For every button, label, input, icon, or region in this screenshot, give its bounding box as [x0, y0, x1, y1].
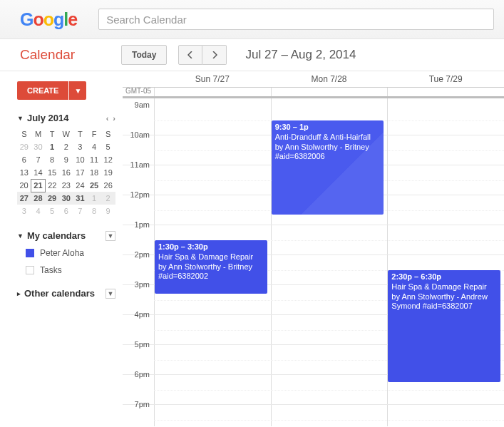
- today-button[interactable]: Today: [121, 45, 167, 65]
- create-button[interactable]: CREATE: [17, 81, 68, 100]
- mini-day[interactable]: 20: [17, 179, 31, 192]
- allday-cell[interactable]: [387, 88, 504, 96]
- chevron-down-icon[interactable]: ▼: [17, 232, 24, 240]
- hour-label: 5pm: [123, 340, 154, 349]
- mini-prev-button[interactable]: ‹: [106, 114, 109, 123]
- mini-calendar[interactable]: SMTWTFS 29301234567891011121314151617181…: [17, 128, 115, 217]
- prev-week-button[interactable]: [178, 45, 202, 65]
- mini-day[interactable]: 5: [101, 140, 115, 153]
- mini-day[interactable]: 26: [101, 179, 115, 192]
- mini-day[interactable]: 8: [87, 205, 101, 217]
- mini-day[interactable]: 19: [101, 166, 115, 179]
- calendar-name: Peter Aloha: [40, 248, 84, 258]
- chevron-down-icon[interactable]: ▼: [17, 115, 24, 122]
- hour-label: 10am: [123, 130, 154, 139]
- event-title: Hair Spa & Damage Repair by Ann Stolwort…: [158, 252, 253, 281]
- calendar-checkbox[interactable]: [26, 266, 34, 274]
- calendar-event[interactable]: 1:30p – 3:30pHair Spa & Damage Repair by…: [155, 240, 267, 294]
- mini-day[interactable]: 28: [31, 192, 46, 205]
- mini-day[interactable]: 1: [45, 140, 59, 153]
- mini-day[interactable]: 12: [101, 153, 115, 166]
- mini-day[interactable]: 31: [73, 192, 88, 205]
- calendar-event[interactable]: 2:30p – 6:30pHair Spa & Damage Repair by…: [388, 270, 500, 382]
- hour-label: 3pm: [123, 280, 154, 289]
- mini-day[interactable]: 1: [87, 192, 101, 205]
- my-calendars-label[interactable]: My calendars: [27, 230, 86, 241]
- hour-label: 4pm: [123, 310, 154, 319]
- calendar-color-swatch: [26, 249, 34, 257]
- mini-day[interactable]: 6: [59, 205, 73, 217]
- create-dropdown[interactable]: ▼: [69, 81, 86, 100]
- app-title: Calendar: [20, 47, 110, 63]
- hour-label: 6pm: [123, 370, 154, 379]
- hour-label: 11am: [123, 160, 154, 169]
- timezone-label: GMT-05: [123, 87, 154, 95]
- allday-cell[interactable]: [271, 88, 388, 96]
- mini-day[interactable]: 14: [31, 166, 46, 179]
- mini-month-title[interactable]: July 2014: [27, 113, 69, 123]
- mini-day[interactable]: 16: [59, 166, 73, 179]
- mini-dow: M: [31, 128, 46, 140]
- mini-day[interactable]: 11: [87, 153, 101, 166]
- mini-day[interactable]: 9: [101, 205, 115, 217]
- mini-day[interactable]: 21: [31, 179, 46, 192]
- mini-day[interactable]: 13: [17, 166, 31, 179]
- mini-day[interactable]: 3: [17, 205, 31, 217]
- mini-day[interactable]: 7: [31, 153, 46, 166]
- other-calendars-label[interactable]: Other calendars: [24, 288, 95, 299]
- mini-day[interactable]: 24: [73, 179, 88, 192]
- calendar-event[interactable]: 9:30 – 1pAnti-Dranduff & Anti-Hairfall b…: [272, 120, 384, 215]
- mini-dow: S: [101, 128, 115, 140]
- mini-day[interactable]: 30: [31, 140, 46, 153]
- mini-day[interactable]: 7: [73, 205, 88, 217]
- mini-day[interactable]: 4: [31, 205, 46, 217]
- mini-day[interactable]: 23: [59, 179, 73, 192]
- calendar-item[interactable]: Peter Aloha: [26, 248, 115, 258]
- google-logo[interactable]: Google: [20, 9, 77, 30]
- mini-day[interactable]: 15: [45, 166, 59, 179]
- mini-day[interactable]: 22: [45, 179, 59, 192]
- mini-dow: T: [73, 128, 88, 140]
- mini-day[interactable]: 10: [73, 153, 88, 166]
- mini-day[interactable]: 2: [59, 140, 73, 153]
- mini-day[interactable]: 4: [87, 140, 101, 153]
- mini-dow: W: [59, 128, 73, 140]
- mini-day[interactable]: 2: [101, 192, 115, 205]
- hour-label: 9am: [123, 101, 154, 109]
- event-time: 2:30p – 6:30p: [391, 272, 497, 282]
- calendar-name: Tasks: [40, 265, 62, 275]
- mini-day[interactable]: 18: [87, 166, 101, 179]
- mini-dow: T: [45, 128, 59, 140]
- mini-day[interactable]: 29: [17, 140, 31, 153]
- mini-day[interactable]: 5: [45, 205, 59, 217]
- mini-next-button[interactable]: ›: [113, 114, 115, 123]
- day-header[interactable]: Sun 7/27: [154, 71, 271, 87]
- day-header[interactable]: Tue 7/29: [387, 71, 504, 87]
- search-input[interactable]: Search Calendar: [98, 9, 494, 30]
- hour-label: 12pm: [123, 190, 154, 199]
- mini-day[interactable]: 29: [45, 192, 59, 205]
- mini-day[interactable]: 6: [17, 153, 31, 166]
- next-week-button[interactable]: [202, 45, 227, 65]
- calendar-item[interactable]: Tasks: [26, 265, 115, 275]
- other-calendars-menu[interactable]: ▼: [106, 289, 115, 299]
- mini-day[interactable]: 17: [73, 166, 88, 179]
- chevron-right-icon[interactable]: ▸: [17, 290, 21, 297]
- event-title: Hair Spa & Damage Repair by Ann Stolwort…: [391, 282, 488, 311]
- mini-day[interactable]: 3: [73, 140, 88, 153]
- mini-dow: F: [87, 128, 101, 140]
- hour-label: 7pm: [123, 400, 154, 408]
- event-title: Anti-Dranduff & Anti-Hairfall by Ann Sto…: [275, 133, 371, 161]
- hour-label: 1pm: [123, 220, 154, 229]
- mini-day[interactable]: 25: [87, 179, 101, 192]
- my-calendars-menu[interactable]: ▼: [106, 231, 115, 241]
- allday-cell[interactable]: [154, 88, 271, 96]
- mini-day[interactable]: 8: [45, 153, 59, 166]
- day-header[interactable]: Mon 7/28: [271, 71, 388, 87]
- mini-day[interactable]: 27: [17, 192, 31, 205]
- mini-day[interactable]: 30: [59, 192, 73, 205]
- event-time: 9:30 – 1p: [275, 123, 381, 133]
- mini-day[interactable]: 9: [59, 153, 73, 166]
- mini-dow: S: [17, 128, 31, 140]
- hour-row[interactable]: 7pm: [123, 405, 504, 427]
